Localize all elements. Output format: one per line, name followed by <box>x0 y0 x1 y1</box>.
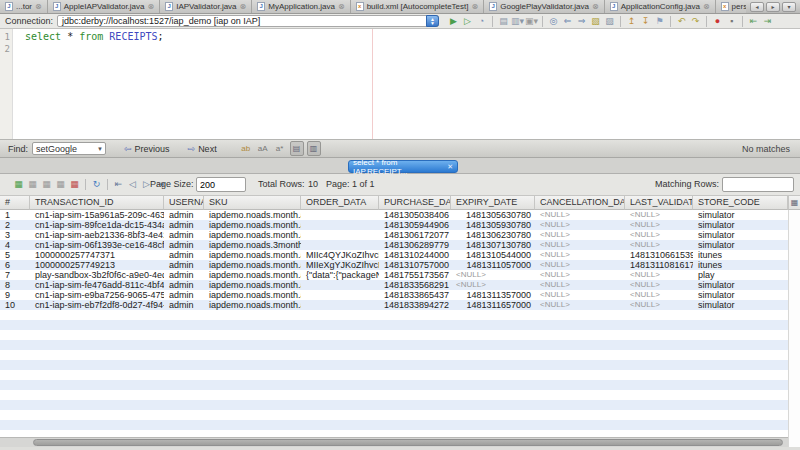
cancel-edits-icon[interactable]: ▦ <box>54 178 67 191</box>
table-row[interactable]: 7play-sandbox-3b2f0f6c-a9e0-4ed8-b...adm… <box>0 270 800 280</box>
page-size-input[interactable] <box>196 177 246 192</box>
close-tab-icon[interactable]: ⊗ <box>338 3 345 11</box>
redo-icon[interactable]: ↷ <box>689 15 702 28</box>
find-next-icon[interactable]: ⇒ <box>575 15 588 28</box>
copy-dropdown-icon[interactable]: ▥▾ <box>511 15 524 28</box>
close-tab-icon[interactable]: ⊗ <box>148 3 155 11</box>
column-header[interactable]: USERNAME <box>164 196 204 210</box>
highlight-search-icon[interactable]: ▧ <box>589 15 602 28</box>
search-selection-icon[interactable]: ▥ <box>307 141 321 156</box>
run-sql-icon[interactable]: ▶ <box>447 15 460 28</box>
column-header[interactable]: EXPIRY_DATE <box>451 196 535 210</box>
matching-rows-input[interactable] <box>722 177 794 192</box>
new-file-icon[interactable]: ▤ <box>497 15 510 28</box>
stop-macro-icon[interactable]: ▪ <box>725 15 738 28</box>
table-row[interactable]: 4cn1-iap-sim-06f1393e-ce16-48cf-91...adm… <box>0 240 800 250</box>
table-row[interactable] <box>0 410 800 420</box>
table-row[interactable]: 10cn1-iap-sim-eb7f2df8-0d27-4f94-95...ad… <box>0 300 800 310</box>
toggle-bookmark-icon[interactable]: ⚑ <box>653 15 666 28</box>
editor-tab[interactable]: JApplicationConfig.java⊗ <box>605 0 716 13</box>
table-row[interactable] <box>0 320 800 330</box>
table-row[interactable]: 51000000257747371adminiapdemo.noads.mont… <box>0 250 800 260</box>
table-row[interactable] <box>0 370 800 380</box>
find-previous-button[interactable]: ⇦ Previous <box>124 144 170 154</box>
editor-tab[interactable]: JMyApplication.java⊗ <box>252 0 350 13</box>
table-row[interactable]: 61000000257749213adminiapdemo.noads.mont… <box>0 260 800 270</box>
sql-history-icon[interactable]: ◔ <box>475 15 488 28</box>
editor-tab[interactable]: xpersistence.xml⊗ <box>716 0 746 13</box>
editor-tab[interactable]: xbuild.xml [AutocompleteTest]⊗ <box>351 0 485 13</box>
scroll-tabs-right-button[interactable]: ▸ <box>766 2 780 12</box>
close-tab-icon[interactable]: ⊗ <box>472 3 479 11</box>
horizontal-scrollbar[interactable] <box>0 437 788 447</box>
editor-tab[interactable]: J...tor⊗ <box>0 0 48 13</box>
next-occurrence-icon[interactable]: ▨ <box>603 15 616 28</box>
find-icon[interactable]: ◎ <box>547 15 560 28</box>
column-header[interactable]: TRANSACTION_ID <box>30 196 164 210</box>
close-tab-icon[interactable]: ⊗ <box>35 3 42 11</box>
table-row[interactable]: 8cn1-iap-sim-fe476add-811c-4bf4-84...adm… <box>0 280 800 290</box>
table-row[interactable]: 3cn1-iap-sim-aeb21336-8bf3-4e41-b...admi… <box>0 230 800 240</box>
scroll-tabs-left-button[interactable]: ◂ <box>750 2 764 12</box>
column-selector-icon[interactable]: ▦ <box>788 196 800 210</box>
total-rows-value: 10 <box>308 179 318 189</box>
column-header[interactable]: ORDER_DATA <box>301 196 379 210</box>
editor-tab[interactable]: JGooglePlayValidator.java⊗ <box>484 0 605 13</box>
table-row[interactable] <box>0 330 800 340</box>
sql-code-area[interactable]: select * from RECEIPTS; <box>14 29 800 139</box>
sql-editor[interactable]: 12 select * from RECEIPTS; <box>0 29 800 139</box>
table-row[interactable] <box>0 310 800 320</box>
paste-dropdown-icon[interactable]: ▣▾ <box>525 15 538 28</box>
shift-left-icon[interactable]: ⇤ <box>747 15 760 28</box>
match-case-icon[interactable]: aA <box>256 142 270 155</box>
result-tab[interactable]: select * from IAP.RECEIPT... ✕ <box>348 160 458 173</box>
table-row[interactable] <box>0 340 800 350</box>
close-result-tab-icon[interactable]: ✕ <box>447 163 453 171</box>
shift-right-icon[interactable]: ⇥ <box>761 15 774 28</box>
table-row[interactable] <box>0 380 800 390</box>
close-tab-icon[interactable]: ⊗ <box>240 3 247 11</box>
table-row[interactable]: 1cn1-iap-sim-15a961a5-209c-4638-9...admi… <box>0 210 800 220</box>
connection-dropdown-icon[interactable]: ▲▼ <box>426 15 439 27</box>
highlight-results-icon[interactable]: ab <box>239 142 253 155</box>
find-dropdown-icon[interactable]: ▼ <box>95 146 105 152</box>
column-header[interactable]: LAST_VALIDATED <box>625 196 693 210</box>
find-previous-icon[interactable]: ⇐ <box>561 15 574 28</box>
close-tab-icon[interactable]: ⊗ <box>592 3 599 11</box>
find-input[interactable]: setGoogle ▼ <box>32 142 106 155</box>
close-tab-icon[interactable]: ⊗ <box>703 3 710 11</box>
regex-icon[interactable]: a* <box>273 142 287 155</box>
record-macro-icon[interactable]: ● <box>711 15 724 28</box>
previous-bookmark-icon[interactable]: ↥ <box>625 15 638 28</box>
table-row[interactable] <box>0 350 800 360</box>
vertical-scrollbar-track[interactable] <box>788 196 800 450</box>
run-statement-icon[interactable]: ▷ <box>461 15 474 28</box>
wrap-search-icon[interactable]: ▤ <box>290 141 304 156</box>
column-header[interactable]: CANCELLATION_DATE <box>535 196 625 210</box>
maximize-window-button[interactable]: ▾ <box>782 2 796 12</box>
table-row[interactable] <box>0 400 800 410</box>
table-row[interactable] <box>0 390 800 400</box>
insert-record-icon[interactable]: ▦ <box>12 178 25 191</box>
table-row[interactable]: 9cn1-iap-sim-e9ba7256-9065-475c-9...admi… <box>0 290 800 300</box>
undo-icon[interactable]: ↶ <box>675 15 688 28</box>
column-header[interactable]: SKU <box>204 196 301 210</box>
first-page-icon[interactable]: ⇤ <box>112 178 125 191</box>
column-header[interactable]: STORE_CODE <box>693 196 788 210</box>
editor-tab[interactable]: JAppleIAPValidator.java⊗ <box>48 0 161 13</box>
commit-records-icon[interactable]: ▦ <box>40 178 53 191</box>
truncate-table-icon[interactable]: ▦ <box>68 178 81 191</box>
find-next-button[interactable]: ⇨ Next <box>188 144 217 154</box>
table-row[interactable]: 2cn1-iap-sim-89fce1da-dc15-434a-81...adm… <box>0 220 800 230</box>
column-header[interactable]: # <box>0 196 30 210</box>
previous-page-icon[interactable]: ◁ <box>126 178 139 191</box>
table-row[interactable] <box>0 360 800 370</box>
delete-records-icon[interactable]: ▦ <box>26 178 39 191</box>
refresh-records-icon[interactable]: ↻ <box>90 178 103 191</box>
column-header[interactable]: PURCHASE_DATE <box>379 196 451 210</box>
connection-combo[interactable]: jdbc:derby://localhost:1527/iap_demo [ia… <box>57 15 439 27</box>
table-row[interactable] <box>0 420 800 430</box>
editor-tab[interactable]: JIAPValidator.java⊗ <box>160 0 252 13</box>
horizontal-scrollbar-thumb[interactable] <box>33 439 783 446</box>
next-bookmark-icon[interactable]: ↧ <box>639 15 652 28</box>
